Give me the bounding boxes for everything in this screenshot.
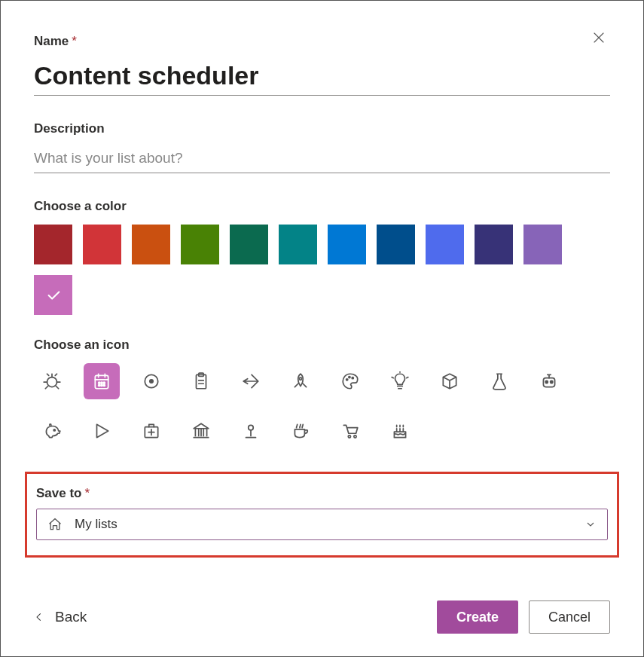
flask-icon bbox=[490, 371, 509, 391]
mappin-icon bbox=[241, 421, 261, 441]
cancel-button[interactable]: Cancel bbox=[529, 600, 610, 634]
icon-option[interactable] bbox=[34, 363, 70, 399]
piggy-icon bbox=[42, 421, 62, 441]
cart-icon bbox=[340, 421, 360, 441]
close-button[interactable] bbox=[592, 31, 613, 52]
cake-icon bbox=[390, 421, 410, 441]
bug-icon bbox=[42, 371, 62, 391]
color-swatch-navy[interactable] bbox=[475, 225, 513, 264]
color-swatch-orange[interactable] bbox=[132, 225, 170, 264]
medkit-icon bbox=[142, 421, 161, 441]
icon-option[interactable] bbox=[282, 363, 319, 399]
home-icon bbox=[47, 517, 63, 532]
icon-option[interactable] bbox=[84, 363, 120, 399]
color-swatch-teal[interactable] bbox=[279, 225, 317, 264]
required-indicator: * bbox=[84, 486, 90, 500]
robot-icon bbox=[539, 371, 559, 391]
icon-option[interactable] bbox=[382, 413, 418, 449]
choose-icon-label: Choose an icon bbox=[34, 338, 610, 353]
color-swatch-red[interactable] bbox=[83, 225, 121, 264]
icon-option[interactable] bbox=[84, 413, 120, 449]
icon-option[interactable] bbox=[332, 413, 368, 449]
save-to-label: Save to* bbox=[36, 486, 608, 501]
chevron-left-icon bbox=[34, 609, 44, 625]
icon-option[interactable] bbox=[531, 363, 567, 399]
lightbulb-icon bbox=[390, 371, 410, 391]
icon-option[interactable] bbox=[432, 363, 468, 399]
color-swatch-violet[interactable] bbox=[523, 225, 562, 264]
color-swatch-dark-blue[interactable] bbox=[377, 225, 415, 264]
rocket-icon bbox=[291, 371, 310, 391]
color-swatch-dark-red[interactable] bbox=[34, 225, 72, 264]
icon-option[interactable] bbox=[282, 413, 319, 449]
choose-color-label: Choose a color bbox=[34, 199, 610, 214]
name-input[interactable] bbox=[34, 55, 610, 96]
description-input[interactable] bbox=[34, 142, 610, 173]
save-to-highlight-region: Save to* My lists bbox=[25, 472, 619, 558]
icon-option[interactable] bbox=[183, 413, 219, 449]
bank-icon bbox=[191, 421, 211, 441]
icon-option[interactable] bbox=[233, 413, 269, 449]
color-swatch-green[interactable] bbox=[181, 225, 219, 264]
save-to-value: My lists bbox=[75, 517, 118, 532]
check-icon bbox=[45, 287, 62, 304]
color-swatch-periwinkle[interactable] bbox=[426, 225, 464, 264]
close-icon bbox=[592, 31, 606, 44]
save-to-dropdown[interactable]: My lists bbox=[36, 509, 608, 540]
icon-option[interactable] bbox=[34, 413, 70, 449]
color-swatch-blue[interactable] bbox=[328, 225, 366, 264]
target-icon bbox=[142, 371, 161, 391]
coffee-icon bbox=[291, 421, 310, 441]
icon-option[interactable] bbox=[233, 363, 269, 399]
icon-option[interactable] bbox=[481, 363, 517, 399]
palette-icon bbox=[340, 371, 360, 391]
chevron-down-icon bbox=[584, 518, 597, 530]
back-button[interactable]: Back bbox=[34, 609, 87, 625]
required-indicator: * bbox=[72, 34, 77, 48]
clipboard-icon bbox=[191, 371, 211, 391]
play-icon bbox=[92, 421, 111, 441]
icon-option[interactable] bbox=[133, 363, 169, 399]
icon-option[interactable] bbox=[382, 363, 418, 399]
icon-option[interactable] bbox=[133, 413, 169, 449]
name-label: Name* bbox=[34, 34, 610, 49]
calendar-icon bbox=[92, 371, 111, 391]
icon-option[interactable] bbox=[332, 363, 368, 399]
color-swatch-pink[interactable] bbox=[34, 275, 72, 315]
icon-option[interactable] bbox=[183, 363, 219, 399]
color-swatch-dark-green[interactable] bbox=[230, 225, 268, 264]
create-button[interactable]: Create bbox=[437, 600, 518, 634]
cube-icon bbox=[440, 371, 459, 391]
airplane-icon bbox=[241, 371, 261, 391]
back-label: Back bbox=[55, 609, 87, 625]
description-label: Description bbox=[34, 121, 610, 136]
